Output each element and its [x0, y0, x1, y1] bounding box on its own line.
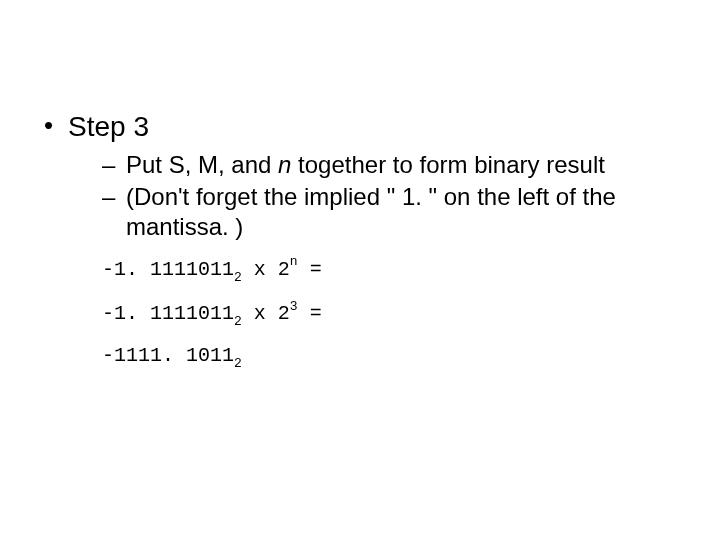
- code1-sub: 2: [234, 270, 242, 285]
- bullet-list-level1: Step 3 Put S, M, and n together to form …: [0, 110, 720, 371]
- step-label: Step 3: [68, 111, 149, 142]
- code-line-3: -1111. 10112: [102, 344, 680, 371]
- sub2-text: (Don't forget the implied " 1. " on the …: [126, 183, 616, 240]
- step-bullet: Step 3 Put S, M, and n together to form …: [40, 110, 680, 371]
- sub-bullet-2: (Don't forget the implied " 1. " on the …: [102, 182, 680, 242]
- slide: Step 3 Put S, M, and n together to form …: [0, 0, 720, 540]
- sub-bullet-1: Put S, M, and n together to form binary …: [102, 150, 680, 180]
- code1-sup: n: [290, 254, 298, 269]
- sub1-part-a: Put S, M, and: [126, 151, 278, 178]
- code2-sub: 2: [234, 314, 242, 329]
- bullet-list-level2: Put S, M, and n together to form binary …: [68, 150, 680, 242]
- code1-c: =: [298, 257, 322, 280]
- code-block: -1. 11110112 x 2n = -1. 11110112 x 23 = …: [68, 256, 680, 371]
- code2-c: =: [298, 302, 322, 325]
- code-line-2: -1. 11110112 x 23 =: [102, 300, 680, 328]
- code2-a: -1. 1111011: [102, 302, 234, 325]
- code1-b: x 2: [242, 257, 290, 280]
- code-line-1: -1. 11110112 x 2n =: [102, 256, 680, 284]
- code2-b: x 2: [242, 302, 290, 325]
- code3-sub: 2: [234, 356, 242, 371]
- code1-a: -1. 1111011: [102, 257, 234, 280]
- code2-sup: 3: [290, 299, 298, 314]
- code3-a: -1111. 1011: [102, 344, 234, 367]
- sub1-n: n: [278, 151, 291, 178]
- sub1-part-b: together to form binary result: [291, 151, 604, 178]
